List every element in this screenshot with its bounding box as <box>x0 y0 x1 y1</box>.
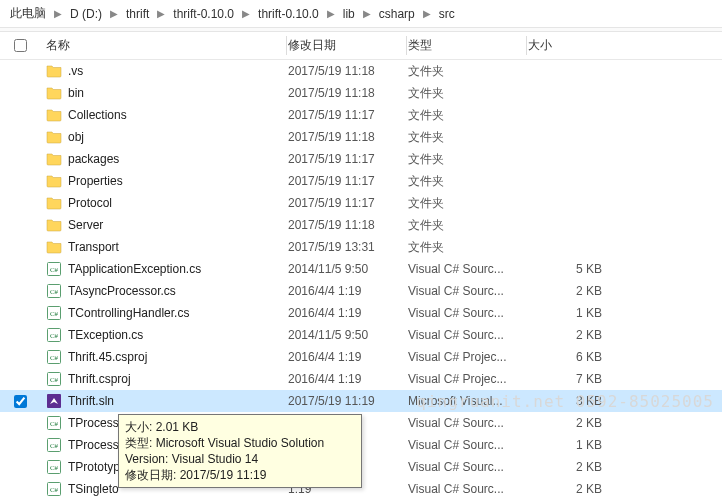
file-type: Visual C# Sourc... <box>408 482 528 496</box>
file-name: Thrift.csproj <box>68 372 131 386</box>
file-name-cell[interactable]: C#TApplicationException.cs <box>40 261 288 277</box>
file-name-cell[interactable]: .vs <box>40 63 288 79</box>
svg-text:C#: C# <box>50 332 59 340</box>
file-size: 2 KB <box>528 284 618 298</box>
column-size[interactable]: 大小 <box>528 32 618 59</box>
svg-text:C#: C# <box>50 354 59 362</box>
file-row[interactable]: Thrift.sln2017/5/19 11:19Microsoft Visua… <box>0 390 722 412</box>
file-row[interactable]: Protocol2017/5/19 11:17文件夹 <box>0 192 722 214</box>
folder-icon <box>46 195 62 211</box>
csproj-icon: C# <box>46 371 62 387</box>
file-row[interactable]: C#TException.cs2014/11/5 9:50Visual C# S… <box>0 324 722 346</box>
file-name-cell[interactable]: obj <box>40 129 288 145</box>
file-date: 2017/5/19 11:17 <box>288 196 408 210</box>
breadcrumb-item[interactable]: csharp <box>375 5 419 23</box>
file-date: 2016/4/4 1:19 <box>288 284 408 298</box>
file-date: 2017/5/19 11:19 <box>288 394 408 408</box>
file-name-cell[interactable]: C#Thrift.csproj <box>40 371 288 387</box>
file-size: 2 KB <box>528 482 618 496</box>
chevron-right-icon: ▶ <box>110 8 118 19</box>
tooltip-type: 类型: Microsoft Visual Studio Solution <box>125 435 355 451</box>
chevron-right-icon: ▶ <box>363 8 371 19</box>
file-name-cell[interactable]: bin <box>40 85 288 101</box>
file-name-cell[interactable]: C#Thrift.45.csproj <box>40 349 288 365</box>
svg-text:C#: C# <box>50 464 59 472</box>
file-date: 2017/5/19 11:18 <box>288 86 408 100</box>
breadcrumb-item[interactable]: 此电脑 <box>6 3 50 24</box>
column-type[interactable]: 类型 <box>408 32 528 59</box>
breadcrumb-item[interactable]: thrift-0.10.0 <box>254 5 323 23</box>
file-row[interactable]: C#TApplicationException.cs2014/11/5 9:50… <box>0 258 722 280</box>
file-type: Visual C# Sourc... <box>408 438 528 452</box>
file-name-cell[interactable]: Transport <box>40 239 288 255</box>
breadcrumb[interactable]: 此电脑▶D (D:)▶thrift▶thrift-0.10.0▶thrift-0… <box>0 0 722 28</box>
row-checkbox[interactable] <box>0 395 40 408</box>
file-name-cell[interactable]: Protocol <box>40 195 288 211</box>
file-name: TAsyncProcessor.cs <box>68 284 176 298</box>
file-name: TProcess <box>68 416 119 430</box>
file-type: Microsoft Visual... <box>408 394 528 408</box>
file-name-cell[interactable]: C#TException.cs <box>40 327 288 343</box>
file-size: 2 KB <box>528 328 618 342</box>
file-name: obj <box>68 130 84 144</box>
file-size: 2 KB <box>528 416 618 430</box>
file-date: 2017/5/19 13:31 <box>288 240 408 254</box>
file-name: bin <box>68 86 84 100</box>
csharp-file-icon: C# <box>46 305 62 321</box>
file-name: Transport <box>68 240 119 254</box>
csharp-file-icon: C# <box>46 481 62 497</box>
breadcrumb-item[interactable]: thrift-0.10.0 <box>169 5 238 23</box>
file-row[interactable]: C#TControllingHandler.cs2016/4/4 1:19Vis… <box>0 302 722 324</box>
file-type: Visual C# Sourc... <box>408 328 528 342</box>
csharp-file-icon: C# <box>46 327 62 343</box>
column-headers: 名称 修改日期 类型 大小 <box>0 32 722 60</box>
select-all-checkbox[interactable] <box>0 39 40 52</box>
breadcrumb-item[interactable]: D (D:) <box>66 5 106 23</box>
column-name[interactable]: 名称 <box>40 32 288 59</box>
file-date: 2016/4/4 1:19 <box>288 306 408 320</box>
file-name-cell[interactable]: Properties <box>40 173 288 189</box>
file-row[interactable]: Collections2017/5/19 11:17文件夹 <box>0 104 722 126</box>
file-type: Visual C# Sourc... <box>408 416 528 430</box>
file-name-cell[interactable]: Thrift.sln <box>40 393 288 409</box>
file-name: Thrift.sln <box>68 394 114 408</box>
file-date: 2017/5/19 11:17 <box>288 174 408 188</box>
svg-text:C#: C# <box>50 266 59 274</box>
file-name-cell[interactable]: Collections <box>40 107 288 123</box>
folder-icon <box>46 217 62 233</box>
file-row[interactable]: Transport2017/5/19 13:31文件夹 <box>0 236 722 258</box>
svg-text:C#: C# <box>50 376 59 384</box>
file-type: 文件夹 <box>408 217 528 234</box>
file-date: 2017/5/19 11:18 <box>288 218 408 232</box>
file-size: 1 KB <box>528 438 618 452</box>
file-row[interactable]: C#Thrift.45.csproj2016/4/4 1:19Visual C#… <box>0 346 722 368</box>
file-type: 文件夹 <box>408 239 528 256</box>
file-date: 2014/11/5 9:50 <box>288 262 408 276</box>
breadcrumb-item[interactable]: thrift <box>122 5 153 23</box>
file-row[interactable]: C#TAsyncProcessor.cs2016/4/4 1:19Visual … <box>0 280 722 302</box>
column-date-label: 修改日期 <box>288 37 336 54</box>
csproj-icon: C# <box>46 349 62 365</box>
file-row[interactable]: obj2017/5/19 11:18文件夹 <box>0 126 722 148</box>
file-row[interactable]: C#Thrift.csproj2016/4/4 1:19Visual C# Pr… <box>0 368 722 390</box>
file-row[interactable]: Properties2017/5/19 11:17文件夹 <box>0 170 722 192</box>
file-row[interactable]: bin2017/5/19 11:18文件夹 <box>0 82 722 104</box>
file-row[interactable]: packages2017/5/19 11:17文件夹 <box>0 148 722 170</box>
file-name: Thrift.45.csproj <box>68 350 147 364</box>
file-type: Visual C# Projec... <box>408 350 528 364</box>
file-type: Visual C# Sourc... <box>408 262 528 276</box>
file-row[interactable]: .vs2017/5/19 11:18文件夹 <box>0 60 722 82</box>
file-name-cell[interactable]: packages <box>40 151 288 167</box>
file-type: 文件夹 <box>408 107 528 124</box>
file-date: 2017/5/19 11:17 <box>288 152 408 166</box>
column-date[interactable]: 修改日期 <box>288 32 408 59</box>
tooltip-date: 修改日期: 2017/5/19 11:19 <box>125 467 355 483</box>
file-name-cell[interactable]: C#TAsyncProcessor.cs <box>40 283 288 299</box>
breadcrumb-item[interactable]: src <box>435 5 459 23</box>
file-row[interactable]: Server2017/5/19 11:18文件夹 <box>0 214 722 236</box>
file-name-cell[interactable]: Server <box>40 217 288 233</box>
file-name-cell[interactable]: C#TControllingHandler.cs <box>40 305 288 321</box>
file-type: Visual C# Sourc... <box>408 460 528 474</box>
breadcrumb-item[interactable]: lib <box>339 5 359 23</box>
file-type: 文件夹 <box>408 129 528 146</box>
